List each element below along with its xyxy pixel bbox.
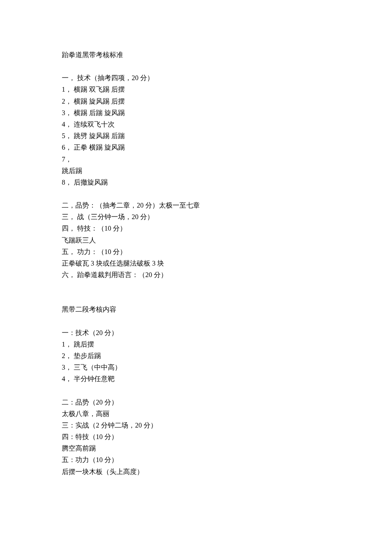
section-4: 四， 特技：（10 分） 飞踹跃三人 (62, 223, 330, 246)
p2-section-1-item-1: 1， 跳后摆 (62, 338, 330, 350)
p2-section-4-content: 腾空高前踢 (62, 442, 330, 454)
p2-section-2-content: 太极八章，高丽 (62, 408, 330, 419)
section-1-header: 一， 技术（抽考四项，20 分） (62, 72, 330, 84)
p2-section-5-content: 后摆一块木板（头上高度） (62, 466, 330, 477)
section-5: 五， 功力：（10 分） 正拳破瓦 3 块或任选腿法破板 3 块 (62, 246, 330, 269)
p2-section-1-header: 一：技术（20 分） (62, 327, 330, 338)
section-1: 一， 技术（抽考四项，20 分） 1， 横踢 双飞踢 后摆 2， 横踢 旋风踢 … (62, 72, 330, 188)
p2-section-1-item-4: 4， 半分钟任意靶 (62, 373, 330, 384)
p2-section-4: 四：特技（10 分） 腾空高前踢 (62, 431, 330, 454)
p2-section-4-header: 四：特技（10 分） (62, 431, 330, 442)
section-1-item-1: 1， 横踢 双飞踢 后摆 (62, 84, 330, 95)
p2-section-1: 一：技术（20 分） 1， 跳后摆 2， 垫步后踢 3， 三飞（中中高） 4， … (62, 327, 330, 385)
section-5-content: 正拳破瓦 3 块或任选腿法破板 3 块 (62, 257, 330, 269)
p2-section-3: 三：实战（2 分钟二场，20 分） (62, 419, 330, 431)
section-4-content: 飞踹跃三人 (62, 234, 330, 246)
section-2: 二，品势：（抽考二章，20 分）太极一至七章 (62, 199, 330, 211)
p2-section-5-header: 五：功力（10 分） (62, 454, 330, 465)
section-1-item-4: 4， 连续双飞十次 (62, 119, 330, 130)
section-4-header: 四， 特技：（10 分） (62, 223, 330, 234)
section-1-item-6: 6， 正拳 横踢 旋风踢 (62, 142, 330, 153)
section-5-header: 五， 功力：（10 分） (62, 246, 330, 257)
part-2-title: 黑带二段考核内容 (62, 304, 330, 315)
section-6: 六， 跆拳道裁判用语言：（20 分） (62, 269, 330, 280)
p2-section-1-item-2: 2， 垫步后踢 (62, 350, 330, 361)
p2-section-5: 五：功力（10 分） 后摆一块木板（头上高度） (62, 454, 330, 477)
section-1-item-7b: 跳后踢 (62, 165, 330, 176)
section-1-item-7: 7， (62, 153, 330, 165)
section-1-item-8: 8， 后撤旋风踢 (62, 176, 330, 188)
section-3: 三， 战（三分钟一场，20 分） (62, 211, 330, 223)
section-1-item-2: 2， 横踢 旋风踢 后摆 (62, 95, 330, 107)
document-title: 跆拳道黑带考核标准 (62, 49, 330, 61)
section-1-item-3: 3， 横踢 后踹 旋风踢 (62, 107, 330, 119)
p2-section-2: 二：品势（20 分） 太极八章，高丽 (62, 396, 330, 419)
section-1-item-5: 5， 跳劈 旋风踢 后踹 (62, 130, 330, 142)
p2-section-2-header: 二：品势（20 分） (62, 396, 330, 408)
p2-section-1-item-3: 3， 三飞（中中高） (62, 361, 330, 373)
